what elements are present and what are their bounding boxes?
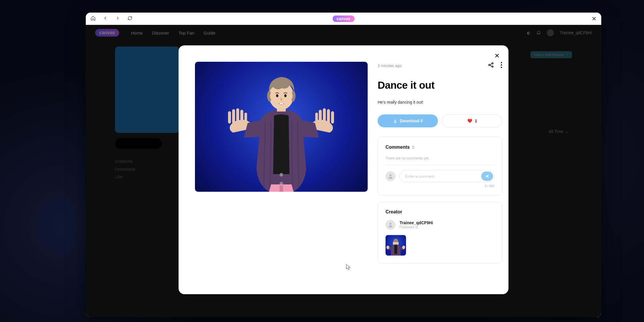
comments-card: Comments 0 There are no comments yet. <box>378 137 502 196</box>
creator-title: Creator <box>386 209 494 215</box>
back-icon[interactable] <box>103 16 108 22</box>
creation-description: He's really dancing it out! <box>378 100 502 105</box>
reload-icon[interactable] <box>127 16 133 22</box>
svg-rect-3 <box>240 110 243 123</box>
svg-rect-17 <box>280 103 283 105</box>
download-icon <box>393 119 398 123</box>
comment-send-button[interactable] <box>481 172 493 181</box>
download-button[interactable]: Download 0 <box>378 114 438 127</box>
comment-input[interactable] <box>400 170 494 182</box>
comments-empty: There are no comments yet. <box>386 156 494 160</box>
svg-point-21 <box>501 62 502 63</box>
creator-card: Creator Trainee_qdCF9Hi Followers 0 <box>378 201 502 263</box>
comment-user-avatar <box>386 171 395 181</box>
more-icon[interactable] <box>501 62 502 69</box>
browser-bar: canvas ✕ <box>86 13 601 25</box>
creator-name[interactable]: Trainee_qdCF9Hi <box>400 220 433 225</box>
svg-point-28 <box>386 246 389 249</box>
creation-timestamp: 3 minutes ago <box>378 64 402 68</box>
svg-point-29 <box>402 246 405 249</box>
comment-counter: 0 / 300 <box>386 184 494 188</box>
svg-point-10 <box>280 173 283 177</box>
svg-rect-0 <box>228 111 231 124</box>
browser-close-icon[interactable]: ✕ <box>592 15 597 22</box>
svg-point-15 <box>276 94 278 97</box>
comments-count: 0 <box>412 145 415 150</box>
creator-thumbnail[interactable] <box>386 235 406 256</box>
svg-rect-12 <box>280 185 283 192</box>
home-icon[interactable] <box>90 16 96 22</box>
creator-followers: Followers 0 <box>400 225 433 229</box>
svg-rect-6 <box>319 110 322 123</box>
app-content: canvas Home Discover Top Fan Guide ◐ Tra… <box>86 25 601 317</box>
creator-avatar[interactable] <box>386 220 395 230</box>
heart-icon <box>467 118 472 124</box>
svg-rect-8 <box>327 109 330 124</box>
svg-point-25 <box>390 223 392 225</box>
svg-point-23 <box>501 67 502 68</box>
svg-rect-27 <box>394 245 397 254</box>
download-label: Download 0 <box>400 119 423 123</box>
svg-rect-1 <box>232 109 235 124</box>
browser-window: canvas ✕ canvas Home Discover Top Fan Gu… <box>86 13 601 317</box>
modal-details: 3 minutes ago Dance it out He's really d… <box>378 62 505 282</box>
share-icon[interactable] <box>488 62 494 69</box>
svg-rect-2 <box>236 108 239 124</box>
svg-rect-7 <box>323 108 326 124</box>
svg-rect-4 <box>244 113 247 123</box>
modal-overlay[interactable]: 3 minutes ago Dance it out He's really d… <box>86 25 601 317</box>
creation-modal: 3 minutes ago Dance it out He's really d… <box>179 45 508 294</box>
svg-point-22 <box>501 64 502 66</box>
svg-point-16 <box>284 94 287 97</box>
browser-title: canvas <box>333 16 354 21</box>
like-count: 1 <box>475 119 477 123</box>
creation-image <box>195 62 368 192</box>
creation-title: Dance it out <box>378 79 502 91</box>
browser-title-badge: canvas <box>333 16 354 22</box>
modal-close-button[interactable] <box>494 52 500 60</box>
svg-rect-5 <box>315 113 318 123</box>
send-icon <box>485 174 489 179</box>
svg-point-24 <box>390 174 392 176</box>
svg-rect-9 <box>331 111 334 124</box>
comments-title: Comments <box>386 145 410 150</box>
like-button[interactable]: 1 <box>442 114 502 127</box>
forward-icon[interactable] <box>115 16 120 22</box>
